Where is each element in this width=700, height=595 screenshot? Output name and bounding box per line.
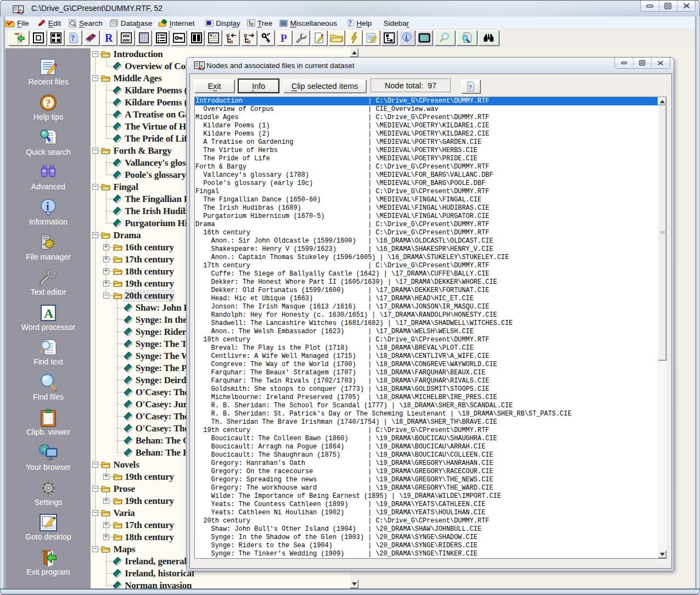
svg-text:R: R xyxy=(105,32,113,43)
svg-text:?: ? xyxy=(469,83,473,91)
svg-text:i: i xyxy=(46,200,49,212)
svg-text:WW: WW xyxy=(122,34,130,38)
svg-text:P: P xyxy=(281,32,287,43)
svg-text:?: ? xyxy=(71,34,75,42)
svg-text:?: ? xyxy=(46,97,52,110)
svg-text:A: A xyxy=(44,306,54,321)
svg-text:WW: WW xyxy=(122,38,130,42)
svg-text:?: ? xyxy=(348,19,352,27)
